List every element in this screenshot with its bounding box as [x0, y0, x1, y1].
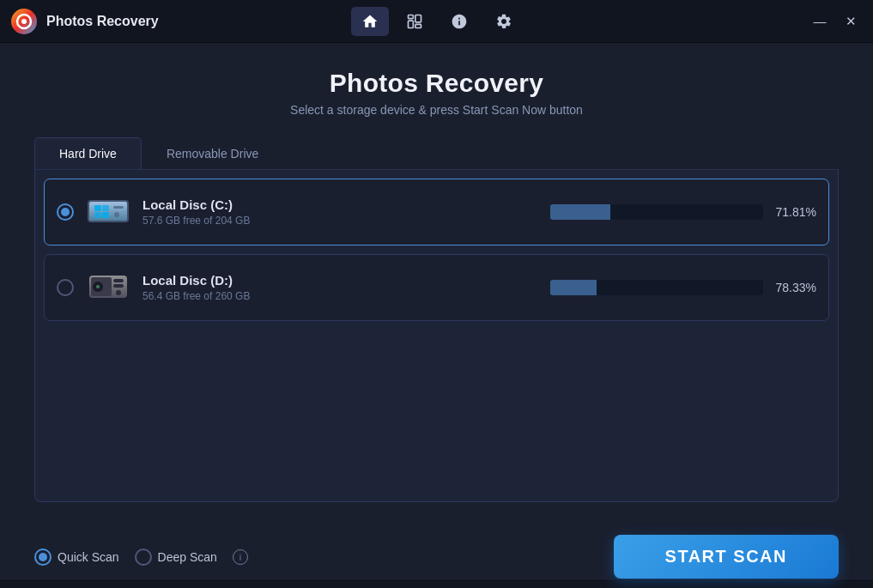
titlebar-left: Photos Recovery — [10, 8, 159, 35]
svg-rect-11 — [102, 205, 109, 211]
svg-rect-19 — [113, 284, 124, 288]
drive-list: Local Disc (C:) 57.6 GB free of 204 GB 7… — [34, 170, 839, 502]
svg-rect-4 — [408, 21, 413, 27]
scan-info-icon[interactable]: i — [233, 549, 248, 565]
nav-home-button[interactable] — [351, 7, 389, 36]
drive-c-bar-area: 71.81% — [550, 204, 816, 220]
drive-c-percent: 71.81% — [772, 205, 816, 219]
drive-d-bar-track — [550, 280, 763, 295]
start-scan-button[interactable]: START SCAN — [614, 535, 839, 579]
nav-info-button[interactable] — [440, 7, 478, 36]
drive-c-free-bar — [550, 204, 610, 220]
drive-d-free-bar — [550, 280, 597, 295]
page-subtitle: Select a storage device & press Start Sc… — [34, 103, 839, 117]
svg-point-15 — [114, 212, 119, 217]
radio-d[interactable] — [57, 279, 74, 296]
close-button[interactable]: ✕ — [839, 9, 863, 33]
svg-rect-6 — [415, 24, 421, 27]
quick-scan-option[interactable]: Quick Scan — [34, 549, 119, 566]
svg-rect-13 — [102, 212, 109, 218]
svg-rect-5 — [415, 15, 421, 22]
deep-scan-radio[interactable] — [135, 549, 152, 566]
quick-scan-radio-inner — [39, 553, 47, 561]
drive-c-used-bar — [610, 204, 763, 220]
drive-d-percent: 78.33% — [772, 281, 816, 294]
scan-options: Quick Scan Deep Scan i — [34, 549, 614, 566]
svg-rect-12 — [94, 212, 101, 218]
main-content: Photos Recovery Select a storage device … — [0, 43, 873, 519]
app-logo-icon — [10, 8, 38, 35]
svg-point-22 — [96, 285, 100, 288]
titlebar-nav — [351, 7, 523, 36]
svg-rect-14 — [113, 206, 124, 209]
drive-d-name: Local Disc (D:) — [142, 273, 550, 288]
tabs: Hard Drive Removable Drive — [34, 137, 839, 170]
tab-hard-drive[interactable]: Hard Drive — [34, 137, 142, 169]
drive-item-c[interactable]: Local Disc (C:) 57.6 GB free of 204 GB 7… — [44, 179, 829, 246]
deep-scan-label: Deep Scan — [158, 550, 217, 564]
svg-point-2 — [21, 19, 27, 24]
nav-search-button[interactable] — [396, 7, 433, 36]
drive-icon-d — [86, 269, 130, 306]
page-title: Photos Recovery — [34, 69, 839, 98]
drive-c-name: Local Disc (C:) — [142, 197, 550, 212]
drive-d-bar-area: 78.33% — [550, 280, 816, 295]
drive-d-info: Local Disc (D:) 56.4 GB free of 260 GB — [142, 273, 550, 302]
titlebar-controls: — ✕ — [808, 9, 863, 33]
svg-rect-3 — [408, 15, 413, 19]
footer: Retrieve deleted or lost photos in minut… — [0, 579, 873, 588]
quick-scan-label: Quick Scan — [58, 550, 119, 564]
drive-d-space: 56.4 GB free of 260 GB — [142, 290, 550, 302]
minimize-button[interactable]: — — [808, 9, 832, 33]
titlebar: Photos Recovery — ✕ — [0, 0, 873, 43]
nav-settings-button[interactable] — [485, 7, 523, 36]
quick-scan-radio[interactable] — [34, 549, 52, 566]
svg-point-20 — [116, 290, 121, 295]
tab-removable-drive[interactable]: Removable Drive — [142, 137, 283, 169]
drive-d-used-bar — [597, 280, 763, 295]
drive-icon-c — [86, 193, 130, 231]
radio-c-inner — [61, 208, 70, 216]
app-title: Photos Recovery — [46, 14, 159, 29]
drive-c-bar-track — [550, 204, 763, 220]
svg-rect-18 — [113, 279, 124, 282]
drive-c-space: 57.6 GB free of 204 GB — [142, 215, 550, 227]
svg-rect-10 — [94, 205, 101, 211]
drive-item-d[interactable]: Local Disc (D:) 56.4 GB free of 260 GB 7… — [44, 254, 829, 321]
drive-c-info: Local Disc (C:) 57.6 GB free of 204 GB — [142, 197, 550, 227]
radio-c[interactable] — [57, 203, 74, 221]
bottom-bar: Quick Scan Deep Scan i START SCAN — [0, 519, 873, 579]
deep-scan-option[interactable]: Deep Scan — [135, 549, 217, 566]
